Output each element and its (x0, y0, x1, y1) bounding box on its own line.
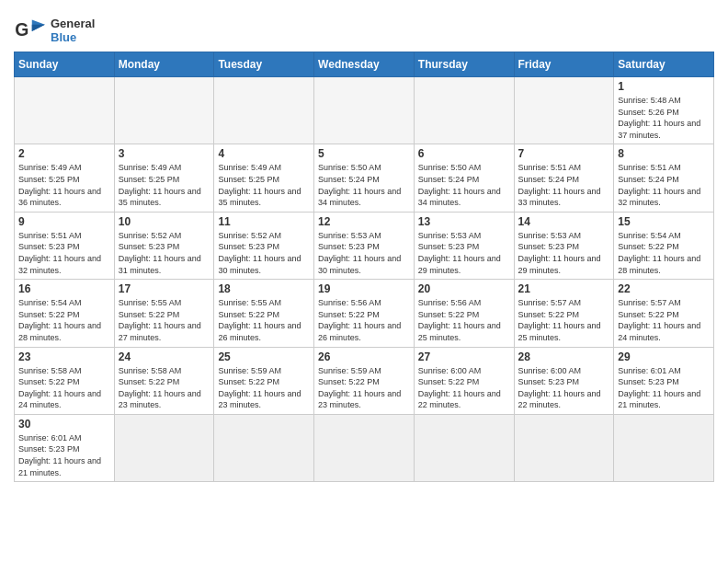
day-info: Sunrise: 5:55 AMSunset: 5:22 PMDaylight:… (218, 297, 310, 343)
calendar-cell: 9Sunrise: 5:51 AMSunset: 5:23 PMDaylight… (15, 212, 115, 279)
calendar-cell: 8Sunrise: 5:51 AMSunset: 5:24 PMDaylight… (614, 144, 714, 212)
calendar-cell: 12Sunrise: 5:53 AMSunset: 5:23 PMDayligh… (314, 212, 415, 279)
day-number: 7 (518, 147, 610, 160)
calendar-cell: 7Sunrise: 5:51 AMSunset: 5:24 PMDaylight… (514, 144, 614, 212)
calendar-cell: 20Sunrise: 5:56 AMSunset: 5:22 PMDayligh… (414, 280, 514, 347)
header: G General Blue (14, 9, 714, 44)
calendar-cell: 13Sunrise: 5:53 AMSunset: 5:23 PMDayligh… (414, 212, 514, 279)
day-info: Sunrise: 5:49 AMSunset: 5:25 PMDaylight:… (218, 162, 310, 208)
day-number: 28 (518, 350, 610, 363)
weekday-header-saturday: Saturday (614, 52, 714, 77)
day-info: Sunrise: 6:01 AMSunset: 5:23 PMDaylight:… (18, 432, 110, 478)
day-info: Sunrise: 5:54 AMSunset: 5:22 PMDaylight:… (18, 297, 110, 343)
weekday-header-sunday: Sunday (15, 52, 115, 77)
svg-text:G: G (15, 19, 28, 40)
day-number: 10 (119, 215, 210, 228)
calendar-cell (614, 414, 714, 481)
calendar-cell: 25Sunrise: 5:59 AMSunset: 5:22 PMDayligh… (214, 347, 314, 414)
calendar-cell: 21Sunrise: 5:57 AMSunset: 5:22 PMDayligh… (514, 280, 614, 347)
calendar-cell (314, 77, 415, 144)
day-number: 24 (119, 350, 210, 363)
calendar-cell: 16Sunrise: 5:54 AMSunset: 5:22 PMDayligh… (15, 280, 115, 347)
day-info: Sunrise: 5:58 AMSunset: 5:22 PMDaylight:… (119, 365, 210, 411)
day-info: Sunrise: 5:58 AMSunset: 5:22 PMDaylight:… (18, 365, 110, 411)
day-info: Sunrise: 5:59 AMSunset: 5:22 PMDaylight:… (218, 365, 310, 411)
logo: G General Blue (14, 17, 95, 44)
day-info: Sunrise: 5:54 AMSunset: 5:22 PMDaylight:… (618, 230, 710, 276)
day-number: 12 (318, 215, 410, 228)
weekday-header-wednesday: Wednesday (314, 52, 415, 77)
day-number: 26 (318, 350, 410, 363)
calendar-cell: 30Sunrise: 6:01 AMSunset: 5:23 PMDayligh… (15, 414, 115, 481)
calendar-cell: 14Sunrise: 5:53 AMSunset: 5:23 PMDayligh… (514, 212, 614, 279)
calendar-cell (414, 414, 514, 481)
calendar-cell (114, 77, 214, 144)
calendar-cell: 28Sunrise: 6:00 AMSunset: 5:23 PMDayligh… (514, 347, 614, 414)
day-info: Sunrise: 5:49 AMSunset: 5:25 PMDaylight:… (119, 162, 210, 208)
day-info: Sunrise: 5:55 AMSunset: 5:22 PMDaylight:… (119, 297, 210, 343)
day-info: Sunrise: 5:53 AMSunset: 5:23 PMDaylight:… (518, 230, 610, 276)
day-number: 8 (618, 147, 710, 160)
calendar-cell: 4Sunrise: 5:49 AMSunset: 5:25 PMDaylight… (214, 144, 314, 212)
day-number: 19 (318, 282, 410, 295)
weekday-header-monday: Monday (114, 52, 214, 77)
day-number: 29 (618, 350, 710, 363)
weekday-header-tuesday: Tuesday (214, 52, 314, 77)
calendar-cell: 11Sunrise: 5:52 AMSunset: 5:23 PMDayligh… (214, 212, 314, 279)
calendar-cell: 29Sunrise: 6:01 AMSunset: 5:23 PMDayligh… (614, 347, 714, 414)
day-number: 20 (418, 282, 510, 295)
calendar-cell: 15Sunrise: 5:54 AMSunset: 5:22 PMDayligh… (614, 212, 714, 279)
calendar-cell: 24Sunrise: 5:58 AMSunset: 5:22 PMDayligh… (114, 347, 214, 414)
calendar-cell: 10Sunrise: 5:52 AMSunset: 5:23 PMDayligh… (114, 212, 214, 279)
day-info: Sunrise: 5:52 AMSunset: 5:23 PMDaylight:… (218, 230, 310, 276)
day-info: Sunrise: 6:00 AMSunset: 5:22 PMDaylight:… (418, 365, 510, 411)
calendar-cell: 1Sunrise: 5:48 AMSunset: 5:26 PMDaylight… (614, 77, 714, 144)
day-info: Sunrise: 5:56 AMSunset: 5:22 PMDaylight:… (318, 297, 410, 343)
day-info: Sunrise: 5:50 AMSunset: 5:24 PMDaylight:… (318, 162, 410, 208)
calendar-cell: 6Sunrise: 5:50 AMSunset: 5:24 PMDaylight… (414, 144, 514, 212)
day-number: 2 (18, 147, 110, 160)
day-number: 16 (18, 282, 110, 295)
calendar-cell: 23Sunrise: 5:58 AMSunset: 5:22 PMDayligh… (15, 347, 115, 414)
day-number: 21 (518, 282, 610, 295)
day-number: 6 (418, 147, 510, 160)
calendar-cell (514, 77, 614, 144)
day-info: Sunrise: 5:57 AMSunset: 5:22 PMDaylight:… (518, 297, 610, 343)
logo-text: General Blue (51, 17, 95, 44)
calendar: SundayMondayTuesdayWednesdayThursdayFrid… (14, 52, 714, 482)
calendar-cell: 3Sunrise: 5:49 AMSunset: 5:25 PMDaylight… (114, 144, 214, 212)
calendar-cell (15, 77, 115, 144)
day-info: Sunrise: 5:51 AMSunset: 5:24 PMDaylight:… (618, 162, 710, 208)
day-number: 5 (318, 147, 410, 160)
day-info: Sunrise: 5:53 AMSunset: 5:23 PMDaylight:… (418, 230, 510, 276)
day-info: Sunrise: 6:00 AMSunset: 5:23 PMDaylight:… (518, 365, 610, 411)
calendar-cell (414, 77, 514, 144)
day-number: 22 (618, 282, 710, 295)
day-number: 15 (618, 215, 710, 228)
weekday-header-thursday: Thursday (414, 52, 514, 77)
day-number: 17 (119, 282, 210, 295)
day-info: Sunrise: 5:51 AMSunset: 5:23 PMDaylight:… (18, 230, 110, 276)
weekday-header-friday: Friday (514, 52, 614, 77)
day-info: Sunrise: 5:53 AMSunset: 5:23 PMDaylight:… (318, 230, 410, 276)
day-number: 3 (119, 147, 210, 160)
calendar-cell (214, 414, 314, 481)
calendar-cell: 22Sunrise: 5:57 AMSunset: 5:22 PMDayligh… (614, 280, 714, 347)
day-number: 1 (618, 80, 710, 93)
day-info: Sunrise: 6:01 AMSunset: 5:23 PMDaylight:… (618, 365, 710, 411)
day-info: Sunrise: 5:49 AMSunset: 5:25 PMDaylight:… (18, 162, 110, 208)
calendar-cell (314, 414, 415, 481)
calendar-cell: 5Sunrise: 5:50 AMSunset: 5:24 PMDaylight… (314, 144, 415, 212)
svg-marker-2 (32, 25, 45, 31)
day-number: 4 (218, 147, 310, 160)
day-info: Sunrise: 5:51 AMSunset: 5:24 PMDaylight:… (518, 162, 610, 208)
day-number: 23 (18, 350, 110, 363)
day-info: Sunrise: 5:50 AMSunset: 5:24 PMDaylight:… (418, 162, 510, 208)
day-number: 27 (418, 350, 510, 363)
day-number: 13 (418, 215, 510, 228)
calendar-cell (214, 77, 314, 144)
day-info: Sunrise: 5:52 AMSunset: 5:23 PMDaylight:… (119, 230, 210, 276)
calendar-cell (114, 414, 214, 481)
calendar-cell: 17Sunrise: 5:55 AMSunset: 5:22 PMDayligh… (114, 280, 214, 347)
calendar-cell (514, 414, 614, 481)
